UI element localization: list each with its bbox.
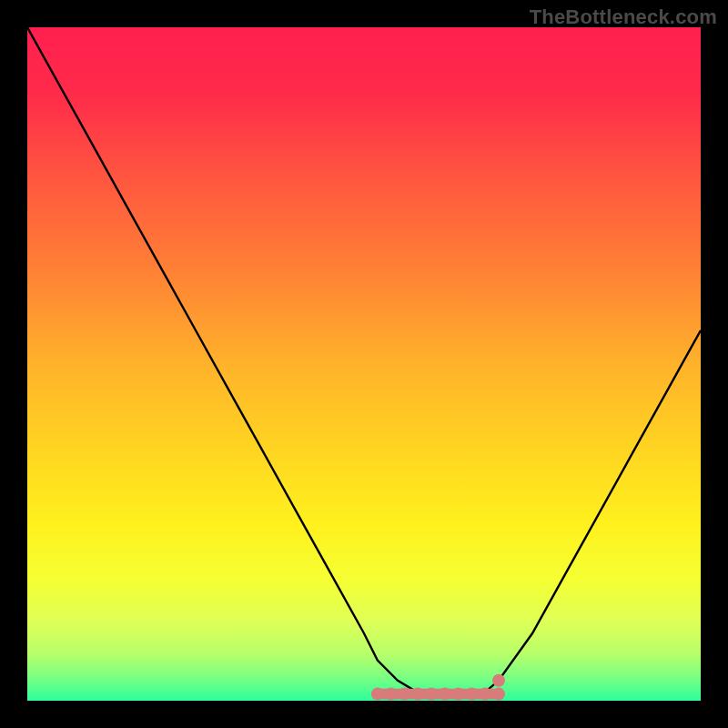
optimal-range-dot bbox=[385, 688, 398, 701]
optimal-range-dot bbox=[479, 688, 491, 701]
optimal-range-dot bbox=[452, 688, 465, 701]
watermark-text: TheBottleneck.com bbox=[530, 5, 717, 29]
optimal-range-dot bbox=[411, 688, 424, 701]
optimal-range-dot bbox=[398, 688, 410, 701]
optimal-range-dot bbox=[439, 688, 451, 701]
optimal-range-dot bbox=[425, 688, 438, 701]
optimal-range-dot bbox=[371, 688, 384, 701]
plot-svg bbox=[27, 27, 701, 701]
app-frame: TheBottleneck.com bbox=[0, 0, 728, 728]
bottleneck-plot bbox=[27, 27, 701, 701]
optimal-range-dot bbox=[465, 688, 478, 701]
optimal-range-dot bbox=[492, 688, 505, 701]
optimal-range-edge-dot bbox=[492, 674, 505, 687]
gradient-background bbox=[27, 27, 701, 701]
